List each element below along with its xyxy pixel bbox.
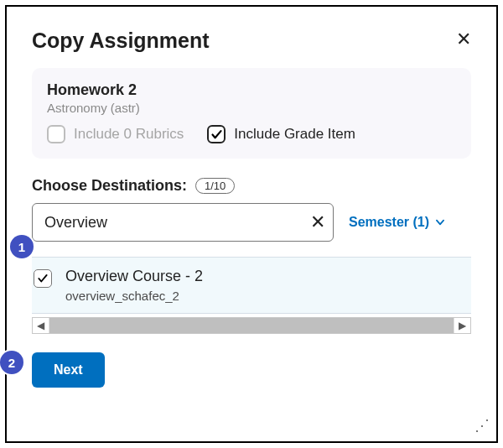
search-input[interactable]: [32, 203, 334, 242]
include-rubrics-checkbox[interactable]: [47, 125, 65, 143]
next-button[interactable]: Next: [32, 352, 105, 388]
destinations-label: Choose Destinations:: [32, 177, 187, 195]
include-options: Include 0 Rubrics Include Grade Item: [47, 125, 456, 143]
include-rubrics-label: Include 0 Rubrics: [74, 126, 184, 143]
annotation-2: 2: [0, 351, 23, 374]
include-grade-checkbox[interactable]: [207, 125, 226, 143]
checkmark-icon: [37, 273, 49, 284]
close-icon[interactable]: ✕: [456, 30, 471, 49]
assignment-summary: Homework 2 Astronomy (astr) Include 0 Ru…: [32, 68, 471, 159]
assignment-name: Homework 2: [47, 81, 456, 99]
results-list: Overview Course - 2 overview_schafec_2: [32, 257, 471, 314]
dialog-title: Copy Assignment: [32, 29, 210, 53]
include-grade-option[interactable]: Include Grade Item: [207, 125, 355, 143]
scroll-track[interactable]: [49, 318, 454, 333]
list-item-body: Overview Course - 2 overview_schafec_2: [65, 268, 203, 303]
dialog-header: Copy Assignment ✕: [32, 29, 471, 53]
clear-icon[interactable]: ✕: [310, 211, 325, 233]
checkmark-icon: [210, 128, 223, 141]
semester-filter-label: Semester (1): [349, 215, 429, 230]
include-grade-label: Include Grade Item: [234, 126, 355, 143]
horizontal-scrollbar[interactable]: ◀ ▶: [32, 317, 471, 334]
list-item-title: Overview Course - 2: [65, 268, 203, 285]
destinations-count: 1/10: [195, 178, 235, 194]
list-item[interactable]: Overview Course - 2 overview_schafec_2: [32, 258, 471, 314]
annotation-1: 1: [10, 235, 34, 258]
course-name: Astronomy (astr): [47, 101, 456, 115]
include-rubrics-option[interactable]: Include 0 Rubrics: [47, 125, 184, 143]
resize-handle-icon[interactable]: ⋰: [474, 416, 488, 435]
search-wrap: ✕: [32, 203, 334, 242]
search-row: ✕ Semester (1): [32, 203, 471, 242]
scroll-right-icon[interactable]: ▶: [454, 318, 470, 333]
copy-assignment-dialog: Copy Assignment ✕ Homework 2 Astronomy (…: [5, 5, 498, 443]
destinations-header: Choose Destinations: 1/10: [32, 177, 471, 195]
chevron-down-icon: [434, 216, 446, 228]
list-item-checkbox[interactable]: [34, 269, 52, 288]
list-item-subtitle: overview_schafec_2: [65, 289, 203, 303]
scroll-left-icon[interactable]: ◀: [33, 318, 49, 333]
semester-filter[interactable]: Semester (1): [349, 215, 446, 230]
list-item-checkbox-wrap: [34, 268, 52, 288]
